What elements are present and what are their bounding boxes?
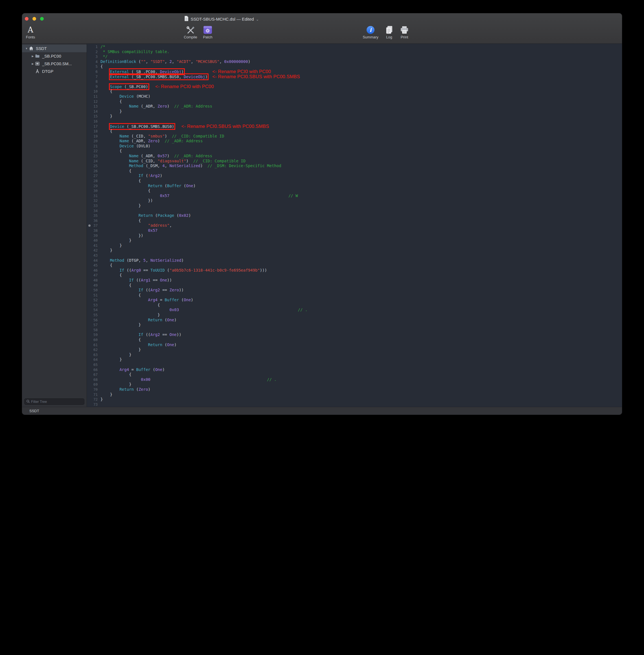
- line-number: 1: [87, 44, 98, 49]
- code-token: (: [151, 367, 155, 372]
- close-button[interactable]: [25, 17, 28, 21]
- code-line: 69 }: [87, 382, 622, 387]
- sidebar-item-sb-pc00[interactable]: ▶_SB.PC00: [22, 52, 87, 60]
- sidebar-item-ssdt[interactable]: ▼SSDT: [22, 45, 87, 52]
- code-line: 36 {: [87, 218, 622, 223]
- code-text: }: [100, 114, 112, 119]
- line-number: 19: [87, 134, 98, 139]
- code-token: ): [181, 258, 184, 263]
- code-token: Arg0: [132, 268, 141, 272]
- title-chevron-icon[interactable]: ⌄: [256, 17, 259, 21]
- code-token: Return: [119, 387, 134, 391]
- titlebar[interactable]: SSDT-SBUS-MCHC.dsl — Edited ⌄: [22, 13, 622, 25]
- sidebar-item-dtgp[interactable]: DTGP: [22, 67, 87, 75]
- code-token: // .: [298, 308, 307, 312]
- code-token: ): [162, 367, 164, 372]
- code-token: ==: [151, 278, 160, 282]
- line-number: 61: [87, 342, 98, 347]
- code-token: }: [100, 313, 160, 317]
- code-line: 71 }: [87, 392, 622, 397]
- code-token: External: [110, 74, 129, 79]
- code-token: Zero: [148, 139, 158, 143]
- code-token: (: [162, 318, 167, 322]
- code-token: }: [100, 114, 112, 118]
- code-token: Name: [129, 104, 139, 108]
- patch-button[interactable]: Patch: [199, 25, 216, 39]
- code-token: {: [100, 99, 122, 104]
- code-token: ,: [146, 59, 151, 64]
- line-number: 16: [87, 119, 98, 124]
- sidebar-item-sb-pc00-sm[interactable]: ▶_SB.PC00.SM...: [22, 60, 87, 67]
- disclosure-triangle[interactable]: ▼: [24, 47, 29, 50]
- code-token: Arg2: [151, 288, 160, 292]
- method-icon: [35, 69, 40, 74]
- code-line: 30 {: [87, 188, 622, 194]
- code-token: 5: [143, 258, 146, 263]
- line-number: 6: [87, 69, 98, 74]
- code-token: ): [200, 163, 207, 168]
- line-number: 4: [87, 59, 98, 64]
- fonts-button[interactable]: A Fonts: [22, 25, 39, 39]
- code-text: Return (One): [100, 342, 177, 347]
- code-token: ): [158, 139, 164, 143]
- line-number: 18: [87, 129, 98, 134]
- window-title-group[interactable]: SSDT-SBUS-MCHC.dsl — Edited ⌄: [184, 13, 259, 25]
- filter-field[interactable]: [24, 398, 84, 405]
- code-text: {: [100, 149, 122, 154]
- compile-label: Compile: [182, 35, 199, 39]
- code-line: 31 0x57 // W: [87, 194, 622, 199]
- code-token: ToUUID: [151, 268, 165, 272]
- document-proxy-icon[interactable]: [184, 16, 188, 22]
- code-token: ,: [219, 59, 224, 64]
- zoom-button[interactable]: [40, 17, 44, 21]
- code-text: {: [100, 337, 141, 342]
- code-editor[interactable]: 1/*2 * SMBus compatibility table.3 */4De…: [87, 44, 622, 407]
- rename-annotation-box: Device (_SB.PC00.SMBS.BUS0): [110, 124, 175, 129]
- minimize-button[interactable]: [32, 17, 36, 21]
- disclosure-triangle[interactable]: ▶: [30, 62, 35, 65]
- code-token: [100, 268, 119, 272]
- code-text: }: [100, 238, 132, 243]
- line-number: 42: [87, 248, 98, 253]
- code-text: }): [100, 233, 143, 238]
- code-token: "SSDT": [151, 59, 165, 64]
- code-token: [169, 194, 288, 198]
- print-button[interactable]: Print: [396, 25, 413, 39]
- code-token: {: [100, 178, 141, 183]
- code-token: "smbus": [148, 134, 165, 138]
- disclosure-triangle[interactable]: ▶: [30, 55, 35, 58]
- code-line: 44 Method (DTGP, 5, NotSerialized): [87, 258, 622, 263]
- code-token: (_CID,: [129, 134, 148, 138]
- line-number: 3: [87, 54, 98, 59]
- code-line: 65: [87, 362, 622, 367]
- code-text: 0x00 // .: [100, 377, 277, 382]
- filter-input[interactable]: [31, 400, 83, 404]
- code-text: }: [100, 397, 103, 402]
- code-token: ): [174, 342, 176, 347]
- code-line: 68 0x00 // .: [87, 377, 622, 382]
- code-token: ): [188, 213, 191, 218]
- rename-annotation-text: <- Rename PCI0 with PC00: [155, 84, 214, 89]
- sidebar-item-label: _SB.PC00.SM...: [42, 62, 72, 66]
- line-number: 40: [87, 238, 98, 243]
- log-button[interactable]: Log: [381, 25, 398, 39]
- code-text: }: [100, 248, 112, 253]
- code-line: 3 */: [87, 54, 622, 59]
- code-text: {: [100, 129, 112, 134]
- code-token: One: [184, 298, 191, 302]
- window-title: SSDT-SBUS-MCHC.dsl — Edited: [190, 17, 254, 21]
- code-token: 0x00000000: [224, 59, 248, 64]
- code-token: One: [167, 342, 174, 347]
- code-line: 38 0x57: [87, 228, 622, 233]
- code-token: DeviceObj: [184, 74, 205, 79]
- code-token: ((: [134, 278, 141, 282]
- rename-annotation-text: <- Rename PCI0 with PC00: [212, 69, 271, 74]
- code-token: [100, 288, 139, 292]
- compile-button[interactable]: Compile: [182, 25, 199, 39]
- code-text: If ((Arg2 == One)): [100, 332, 181, 337]
- code-line: 64 }: [87, 357, 622, 362]
- summary-button[interactable]: i Summary: [362, 25, 379, 39]
- code-line: 5{: [87, 64, 622, 69]
- code-token: [100, 213, 139, 218]
- line-number: 53: [87, 303, 98, 308]
